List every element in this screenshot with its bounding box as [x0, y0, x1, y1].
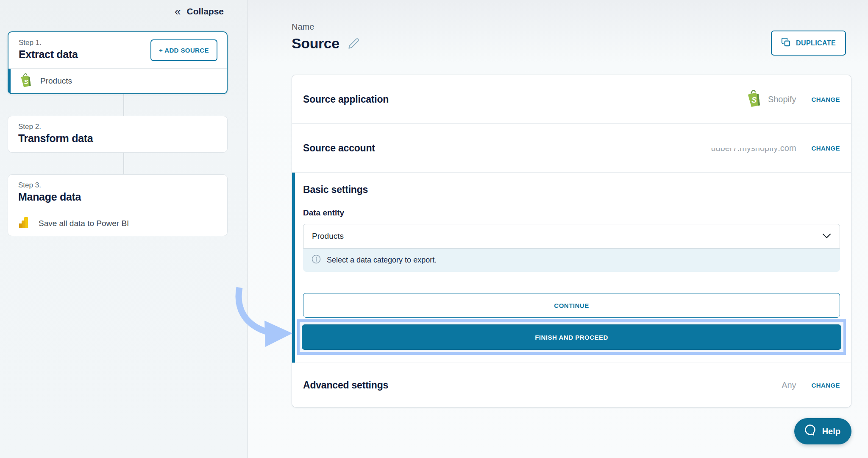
powerbi-icon	[18, 216, 30, 231]
annotation-highlight-box: FINISH AND PROCEED	[297, 319, 846, 355]
duplicate-label: DUPLICATE	[796, 39, 836, 47]
row-title: Source application	[303, 94, 389, 105]
chat-bubble-icon	[804, 424, 817, 439]
chevron-down-icon	[822, 232, 831, 241]
shopify-icon: S	[19, 73, 32, 89]
main-content: Name Source DUPLICATE Source application	[248, 0, 868, 458]
step-number-label: Step 3.	[18, 181, 217, 190]
data-entity-hint: Select a data category to export.	[303, 249, 840, 272]
sidebar-item-save-to-powerbi[interactable]: Save all data to Power BI	[8, 211, 227, 236]
basic-settings-title: Basic settings	[303, 173, 840, 195]
change-advanced-settings-link[interactable]: CHANGE	[812, 382, 840, 389]
source-account-value: uuber7.myshopify.com	[711, 143, 796, 153]
source-application-row: Source application S Shopify CHANGE	[292, 75, 851, 124]
info-icon	[312, 254, 321, 266]
step-card-manage-data[interactable]: Step 3. Manage data Save all data to Pow…	[8, 174, 228, 236]
basic-settings-section: Basic settings Data entity Products	[292, 173, 851, 363]
collapse-icon: «	[175, 6, 181, 17]
data-entity-label: Data entity	[303, 208, 840, 218]
sidebar-item-label: Save all data to Power BI	[39, 219, 129, 228]
collapse-label: Collapse	[186, 6, 224, 17]
step-items: Save all data to Power BI	[8, 211, 227, 236]
step-title: Transform data	[18, 132, 217, 145]
step-card-extract-data[interactable]: Step 1. Extract data + ADD SOURCE S Prod…	[8, 31, 228, 94]
advanced-settings-value: Any	[782, 380, 796, 390]
row-title: Advanced settings	[303, 380, 388, 391]
svg-text:S: S	[751, 95, 757, 104]
source-account-row: Source account uuber7.myshopify.com CHAN…	[292, 124, 851, 173]
collapse-button[interactable]: « Collapse	[175, 6, 224, 17]
change-source-account-link[interactable]: CHANGE	[812, 145, 840, 152]
help-label: Help	[822, 427, 840, 436]
step-card-transform-data[interactable]: Step 2. Transform data	[8, 116, 228, 153]
step-items: S Products	[8, 68, 227, 93]
account-suffix: .com	[778, 143, 796, 153]
step-connector	[123, 94, 124, 116]
data-entity-selected-value: Products	[312, 232, 344, 241]
app-window: « Collapse Step 1. Extract data + ADD SO…	[0, 0, 868, 458]
redacted-account-prefix: uuber7.myshopify	[711, 144, 778, 152]
step-title: Manage data	[18, 191, 217, 203]
source-config-card: Source application S Shopify CHANGE	[292, 75, 851, 408]
shopify-icon: S	[745, 89, 761, 109]
step-card-header: Step 3. Manage data	[8, 175, 227, 211]
step-card-header: Step 2. Transform data	[8, 116, 227, 152]
continue-button[interactable]: CONTINUE	[303, 293, 840, 318]
change-source-application-link[interactable]: CHANGE	[812, 96, 840, 103]
page-title: Source	[292, 35, 339, 52]
data-entity-select[interactable]: Products	[303, 224, 840, 249]
row-title: Source account	[303, 142, 375, 154]
help-button[interactable]: Help	[794, 418, 851, 444]
copy-icon	[781, 37, 791, 49]
step-card-header: Step 1. Extract data + ADD SOURCE	[8, 32, 227, 68]
step-connector	[123, 153, 124, 174]
step-number-label: Step 2.	[18, 123, 217, 131]
annotation-highlight-inner: FINISH AND PROCEED	[300, 322, 843, 352]
add-source-button[interactable]: + ADD SOURCE	[150, 39, 217, 61]
sidebar-item-label: Products	[40, 76, 72, 86]
finish-and-proceed-button[interactable]: FINISH AND PROCEED	[302, 324, 841, 350]
hint-text: Select a data category to export.	[327, 256, 437, 265]
sidebar-item-products[interactable]: S Products	[8, 69, 227, 93]
edit-pencil-icon[interactable]	[348, 38, 359, 49]
pipeline-sidebar: « Collapse Step 1. Extract data + ADD SO…	[0, 0, 248, 458]
advanced-settings-row: Advanced settings Any CHANGE	[292, 363, 851, 407]
svg-text:S: S	[24, 78, 28, 85]
source-application-value: Shopify	[768, 95, 796, 104]
duplicate-button[interactable]: DUPLICATE	[771, 31, 846, 56]
